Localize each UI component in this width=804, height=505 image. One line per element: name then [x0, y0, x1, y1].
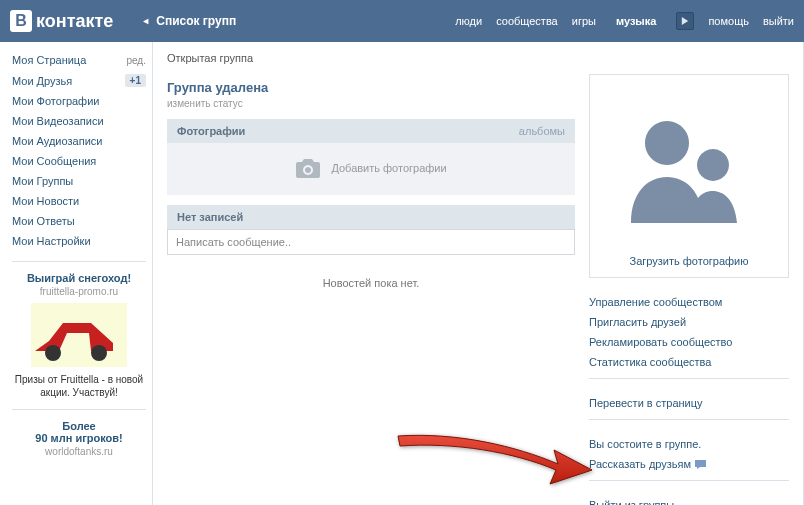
leave-group-link[interactable]: Выйти из группы	[589, 495, 789, 505]
breadcrumb: Открытая группа	[153, 42, 803, 74]
sidebar-item-label: Мои Ответы	[12, 215, 75, 227]
ad-title: Выиграй снегоход!	[12, 272, 146, 284]
ad-description: Призы от Fruittella - в новой акции. Уча…	[12, 373, 146, 399]
ad-image	[31, 303, 127, 367]
compose-input[interactable]: Написать сообщение..	[167, 229, 575, 255]
sidebar-item-label: Мои Настройки	[12, 235, 91, 247]
sidebar-item-news[interactable]: Мои Новости	[6, 191, 152, 211]
svg-rect-0	[31, 303, 127, 367]
nav-help[interactable]: помощь	[708, 15, 749, 27]
empty-news-text: Новостей пока нет.	[167, 255, 575, 311]
sidebar-item-videos[interactable]: Мои Видеозаписи	[6, 111, 152, 131]
sidebar-item-label: Мои Друзья	[12, 75, 72, 87]
group-title: Группа удалена	[167, 74, 575, 97]
header: В контакте Список групп люди сообщества …	[0, 0, 804, 42]
tell-friends-label: Рассказать друзьям	[589, 458, 691, 470]
ad-url: fruittella-promo.ru	[12, 286, 146, 297]
advertise-community-link[interactable]: Рекламировать сообщество	[589, 332, 789, 352]
ad-title: Более 90 млн игроков!	[12, 420, 146, 444]
nav-communities[interactable]: сообщества	[496, 15, 558, 27]
nav-exit[interactable]: выйти	[763, 15, 794, 27]
invite-friends-link[interactable]: Пригласить друзей	[589, 312, 789, 332]
nav-games[interactable]: игры	[572, 15, 596, 27]
add-photos-label: Добавить фотографии	[331, 162, 446, 174]
ad-block-1[interactable]: Выиграй снегоход! fruittella-promo.ru Пр…	[6, 272, 152, 399]
add-photos-link[interactable]: Добавить фотографии	[295, 157, 446, 179]
camera-icon	[295, 157, 321, 179]
ad-block-2[interactable]: Более 90 млн игроков! worldoftanks.ru	[6, 420, 152, 457]
sidebar-item-groups[interactable]: Мои Группы	[6, 171, 152, 191]
convert-to-page-link[interactable]: Перевести в страницу	[589, 393, 789, 413]
upload-photo-link[interactable]: Загрузить фотографию	[630, 255, 749, 267]
logo[interactable]: В контакте	[10, 10, 113, 32]
sidebar-item-label: Мои Фотографии	[12, 95, 99, 107]
photos-panel: Фотографии альбомы Добавить фотографии	[167, 119, 575, 195]
panel-title: Фотографии	[177, 125, 245, 137]
community-stats-link[interactable]: Статистика сообщества	[589, 352, 789, 372]
back-to-groups-link[interactable]: Список групп	[141, 14, 236, 28]
sidebar-item-label: Мои Видеозаписи	[12, 115, 104, 127]
sidebar-item-photos[interactable]: Мои Фотографии	[6, 91, 152, 111]
count-badge: +1	[125, 74, 146, 87]
speech-bubble-icon	[695, 460, 706, 469]
sidebar: Моя Страницаред. Мои Друзья+1 Мои Фотогр…	[0, 42, 152, 505]
membership-status: Вы состоите в группе.	[589, 434, 789, 454]
people-silhouette-icon	[619, 105, 759, 225]
sidebar-item-audio[interactable]: Мои Аудиозаписи	[6, 131, 152, 151]
content: Открытая группа Группа удалена изменить …	[152, 42, 804, 505]
logo-text: контакте	[36, 11, 113, 32]
top-nav: люди сообщества игры музыка помощь выйти	[455, 12, 794, 30]
sidebar-item-my-page[interactable]: Моя Страницаред.	[6, 50, 152, 70]
logo-icon: В	[10, 10, 32, 32]
change-status-link[interactable]: изменить статус	[167, 98, 243, 119]
panel-title: Нет записей	[177, 211, 243, 223]
group-photo-box: Загрузить фотографию	[589, 74, 789, 278]
sidebar-item-label: Моя Страница	[12, 54, 86, 66]
management-links: Управление сообществом Пригласить друзей…	[589, 292, 789, 505]
nav-people[interactable]: люди	[455, 15, 482, 27]
sidebar-item-answers[interactable]: Мои Ответы	[6, 211, 152, 231]
sidebar-item-settings[interactable]: Мои Настройки	[6, 231, 152, 251]
group-photo-placeholder	[590, 75, 788, 255]
sidebar-item-friends[interactable]: Мои Друзья+1	[6, 70, 152, 91]
sidebar-item-label: Мои Новости	[12, 195, 79, 207]
svg-point-1	[45, 345, 61, 361]
manage-community-link[interactable]: Управление сообществом	[589, 292, 789, 312]
sidebar-item-label: Мои Аудиозаписи	[12, 135, 102, 147]
edit-tag[interactable]: ред.	[126, 55, 146, 66]
nav-music[interactable]: музыка	[610, 12, 662, 30]
ad-url: worldoftanks.ru	[12, 446, 146, 457]
sidebar-item-label: Мои Группы	[12, 175, 73, 187]
sidebar-item-messages[interactable]: Мои Сообщения	[6, 151, 152, 171]
posts-panel: Нет записей	[167, 205, 575, 229]
tell-friends-link[interactable]: Рассказать друзьям	[589, 454, 789, 474]
play-icon	[681, 17, 689, 25]
sidebar-item-label: Мои Сообщения	[12, 155, 96, 167]
albums-link[interactable]: альбомы	[519, 125, 565, 137]
play-button[interactable]	[676, 12, 694, 30]
svg-point-2	[91, 345, 107, 361]
